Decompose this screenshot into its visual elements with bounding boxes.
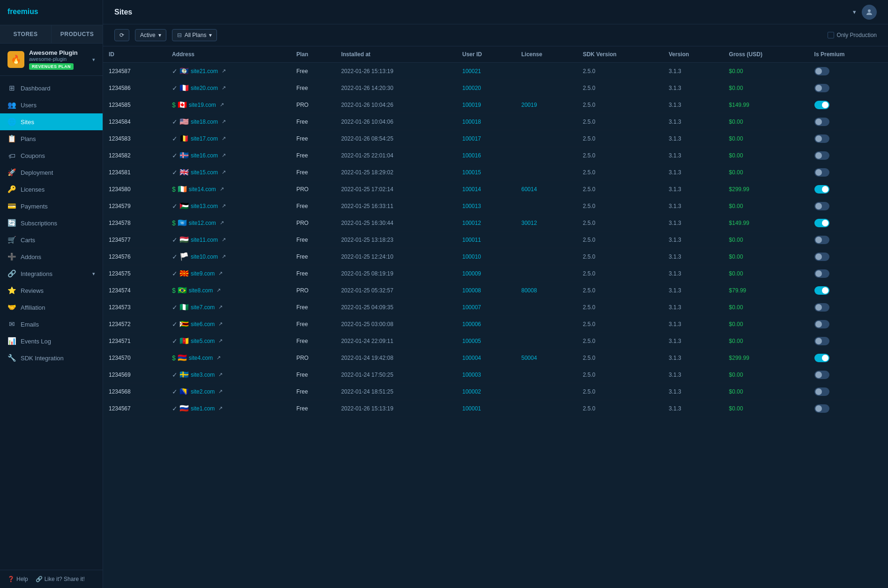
site-link[interactable]: site14.com bbox=[189, 186, 216, 193]
premium-toggle-off[interactable] bbox=[814, 404, 829, 413]
external-link-icon[interactable]: ↗ bbox=[222, 169, 226, 175]
user-id[interactable]: 100001 bbox=[456, 400, 515, 417]
user-id[interactable]: 100016 bbox=[456, 147, 515, 164]
premium-toggle-off[interactable] bbox=[814, 168, 829, 177]
license-link[interactable]: 30012 bbox=[522, 220, 537, 226]
plans-filter[interactable]: ⊟ All Plans ▾ bbox=[172, 29, 217, 41]
is-premium[interactable] bbox=[809, 130, 888, 147]
only-production-checkbox[interactable] bbox=[828, 32, 834, 38]
is-premium[interactable] bbox=[809, 113, 888, 130]
user-link[interactable]: 100009 bbox=[462, 270, 481, 277]
share-button[interactable]: 🔗 Like it? Share it! bbox=[36, 576, 85, 582]
only-production-filter[interactable]: Only Production bbox=[828, 32, 877, 38]
external-link-icon[interactable]: ↗ bbox=[218, 388, 223, 394]
user-link[interactable]: 100008 bbox=[462, 287, 481, 294]
external-link-icon[interactable]: ↗ bbox=[220, 220, 224, 226]
is-premium[interactable] bbox=[809, 181, 888, 198]
sidebar-item-licenses[interactable]: 🔑 Licenses bbox=[0, 181, 103, 198]
premium-toggle-on[interactable] bbox=[814, 219, 829, 227]
site-link[interactable]: site17.com bbox=[191, 135, 218, 142]
user-id[interactable]: 100013 bbox=[456, 198, 515, 215]
user-link[interactable]: 100019 bbox=[462, 102, 481, 108]
refresh-button[interactable]: ⟳ bbox=[114, 29, 129, 41]
external-link-icon[interactable]: ↗ bbox=[222, 85, 226, 91]
premium-toggle-on[interactable] bbox=[814, 354, 829, 362]
user-link[interactable]: 100013 bbox=[462, 203, 481, 209]
user-link[interactable]: 100021 bbox=[462, 68, 481, 74]
license-link[interactable]: 60014 bbox=[522, 186, 537, 193]
user-id[interactable]: 100019 bbox=[456, 97, 515, 113]
site-link[interactable]: site7.com bbox=[191, 304, 215, 311]
site-link[interactable]: site4.com bbox=[189, 355, 213, 361]
external-link-icon[interactable]: ↗ bbox=[222, 203, 226, 209]
is-premium[interactable] bbox=[809, 63, 888, 80]
is-premium[interactable] bbox=[809, 400, 888, 417]
sidebar-item-dashboard[interactable]: ⊞ Dashboard bbox=[0, 80, 103, 97]
sidebar-item-integrations[interactable]: 🔗 Integrations ▾ bbox=[0, 265, 103, 282]
sidebar-item-subscriptions[interactable]: 🔄 Subscriptions bbox=[0, 215, 103, 231]
premium-toggle-on[interactable] bbox=[814, 101, 829, 109]
user-avatar[interactable] bbox=[862, 5, 877, 20]
external-link-icon[interactable]: ↗ bbox=[222, 152, 226, 158]
user-link[interactable]: 100005 bbox=[462, 338, 481, 344]
sidebar-item-coupons[interactable]: 🏷 Coupons bbox=[0, 147, 103, 164]
external-link-icon[interactable]: ↗ bbox=[218, 372, 223, 378]
site-link[interactable]: site6.com bbox=[191, 321, 215, 327]
external-link-icon[interactable]: ↗ bbox=[218, 321, 223, 327]
license-id[interactable]: 30012 bbox=[516, 215, 577, 231]
external-link-icon[interactable]: ↗ bbox=[218, 338, 223, 344]
premium-toggle-on[interactable] bbox=[814, 185, 829, 194]
user-link[interactable]: 100010 bbox=[462, 253, 481, 260]
is-premium[interactable] bbox=[809, 350, 888, 366]
site-link[interactable]: site21.com bbox=[191, 68, 218, 74]
user-link[interactable]: 100003 bbox=[462, 372, 481, 378]
user-link[interactable]: 100006 bbox=[462, 321, 481, 327]
user-id[interactable]: 100009 bbox=[456, 265, 515, 282]
premium-toggle-off[interactable] bbox=[814, 67, 829, 75]
user-link[interactable]: 100014 bbox=[462, 186, 481, 193]
premium-toggle-off[interactable] bbox=[814, 269, 829, 278]
sidebar-item-carts[interactable]: 🛒 Carts bbox=[0, 231, 103, 248]
license-id[interactable]: 80008 bbox=[516, 282, 577, 299]
premium-toggle-off[interactable] bbox=[814, 303, 829, 312]
user-id[interactable]: 100015 bbox=[456, 164, 515, 181]
premium-toggle-off[interactable] bbox=[814, 371, 829, 379]
user-id[interactable]: 100018 bbox=[456, 113, 515, 130]
user-link[interactable]: 100011 bbox=[462, 237, 481, 243]
is-premium[interactable] bbox=[809, 282, 888, 299]
license-link[interactable]: 80008 bbox=[522, 287, 537, 294]
external-link-icon[interactable]: ↗ bbox=[216, 287, 221, 293]
site-link[interactable]: site9.com bbox=[191, 270, 215, 277]
external-link-icon[interactable]: ↗ bbox=[220, 186, 224, 192]
sidebar-item-events-log[interactable]: 📊 Events Log bbox=[0, 333, 103, 350]
external-link-icon[interactable]: ↗ bbox=[220, 102, 224, 108]
external-link-icon[interactable]: ↗ bbox=[222, 135, 226, 141]
premium-toggle-off[interactable] bbox=[814, 118, 829, 126]
external-link-icon[interactable]: ↗ bbox=[222, 68, 226, 74]
user-id[interactable]: 100017 bbox=[456, 130, 515, 147]
user-link[interactable]: 100007 bbox=[462, 304, 481, 311]
user-id[interactable]: 100014 bbox=[456, 181, 515, 198]
sidebar-item-plans[interactable]: 📋 Plans bbox=[0, 130, 103, 147]
premium-toggle-off[interactable] bbox=[814, 387, 829, 396]
external-link-icon[interactable]: ↗ bbox=[222, 253, 226, 260]
stores-button[interactable]: STORES bbox=[0, 25, 52, 43]
premium-toggle-off[interactable] bbox=[814, 151, 829, 160]
header-chevron-icon[interactable]: ▾ bbox=[853, 8, 856, 15]
is-premium[interactable] bbox=[809, 383, 888, 400]
sidebar-item-reviews[interactable]: ⭐ Reviews bbox=[0, 282, 103, 299]
premium-toggle-off[interactable] bbox=[814, 202, 829, 210]
is-premium[interactable] bbox=[809, 215, 888, 231]
site-link[interactable]: site18.com bbox=[191, 119, 218, 125]
is-premium[interactable] bbox=[809, 316, 888, 333]
user-link[interactable]: 100016 bbox=[462, 152, 481, 159]
user-link[interactable]: 100001 bbox=[462, 405, 481, 412]
sidebar-item-users[interactable]: 👥 Users bbox=[0, 97, 103, 113]
products-button[interactable]: PRODUCTS bbox=[52, 25, 103, 43]
external-link-icon[interactable]: ↗ bbox=[218, 405, 223, 411]
site-link[interactable]: site3.com bbox=[191, 372, 215, 378]
site-link[interactable]: site5.com bbox=[191, 338, 215, 344]
user-id[interactable]: 100010 bbox=[456, 248, 515, 265]
external-link-icon[interactable]: ↗ bbox=[222, 237, 226, 243]
active-filter[interactable]: Active ▾ bbox=[135, 29, 166, 41]
